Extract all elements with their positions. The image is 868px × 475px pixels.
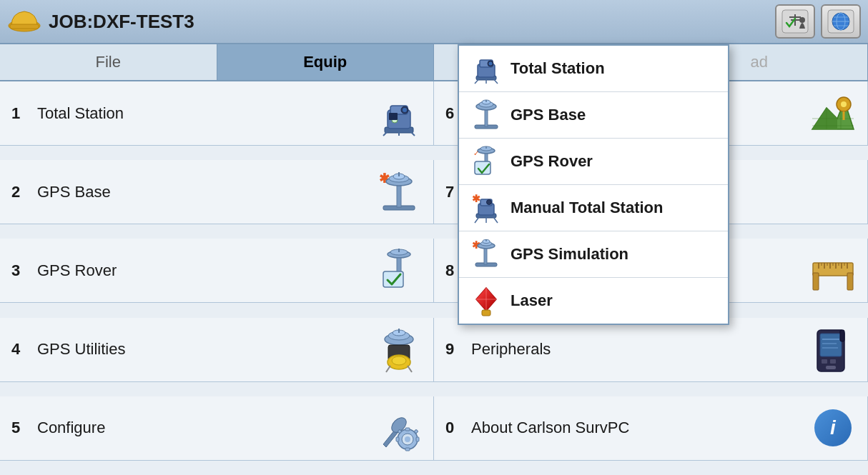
svg-rect-82: [416, 437, 419, 441]
peripherals-icon: [810, 326, 856, 372]
about-icon: i: [810, 405, 856, 451]
svg-rect-22: [389, 113, 398, 120]
tab-bar: File Equip Survey ad: [0, 44, 868, 81]
check-button[interactable]: [775, 4, 815, 39]
header-buttons: [775, 4, 861, 39]
dropdown-gps-rover-icon: ✓: [470, 146, 502, 177]
globe-button[interactable]: [821, 4, 861, 39]
dropdown-total-station-icon: [470, 53, 502, 84]
svg-point-63: [392, 356, 406, 365]
hardhat-icon: [7, 4, 41, 39]
svg-point-6: [799, 17, 805, 23]
app-title: JOB:DXF-TEST3: [49, 11, 775, 33]
dropdown-gps-sim-icon: ✱: [470, 239, 502, 270]
menu-item-about[interactable]: 0 About Carlson SurvPC i: [434, 396, 868, 461]
menu-item-peripherals[interactable]: 9 Peripherals: [434, 318, 868, 382]
dropdown-item-total-station[interactable]: Total Station: [459, 46, 728, 92]
svg-rect-124: [482, 310, 490, 316]
dropdown-item-gps-simulation[interactable]: ✱ GPS Simulation: [459, 231, 728, 278]
gps-base-icon: ✱: [376, 169, 422, 215]
item7-icon: [810, 169, 856, 215]
svg-text:✓: ✓: [473, 149, 479, 157]
tolerances-icon: [810, 248, 856, 294]
svg-point-30: [841, 101, 847, 107]
gps-rover-icon: [376, 248, 422, 294]
svg-rect-71: [822, 359, 827, 364]
dropdown-manual-ts-icon: ✱: [470, 192, 502, 224]
dropdown-menu: Total Station GPS Base: [458, 44, 729, 325]
dropdown-item-gps-rover[interactable]: ✓ GPS Rover: [459, 139, 728, 185]
svg-rect-55: [813, 273, 819, 290]
svg-rect-79: [405, 428, 410, 431]
total-station-icon: [376, 91, 422, 136]
dropdown-gps-base-icon: [470, 99, 502, 131]
menu-item-gps-utilities[interactable]: 4 GPS Utilities: [0, 318, 434, 382]
dropdown-laser-icon: [470, 285, 502, 316]
svg-rect-33: [397, 183, 401, 207]
menu-item-configure[interactable]: 5 Configure: [0, 396, 434, 461]
svg-line-64: [386, 366, 390, 372]
dropdown-item-laser[interactable]: Laser: [459, 278, 728, 324]
main-grid: 1 Total Station: [0, 81, 868, 475]
svg-rect-115: [484, 247, 487, 264]
configure-icon: [376, 405, 422, 451]
menu-item-gps-rover[interactable]: 3 GPS Rover: [0, 239, 434, 303]
svg-point-112: [487, 200, 492, 205]
map-pin-icon: [810, 91, 856, 136]
menu-item-gps-base[interactable]: 2 GPS Base ✱: [0, 160, 434, 224]
svg-rect-94: [485, 108, 488, 126]
svg-point-92: [489, 62, 493, 66]
info-icon: i: [814, 409, 852, 446]
svg-rect-72: [830, 359, 836, 364]
svg-text:✱: ✱: [472, 193, 480, 204]
tab-file[interactable]: File: [0, 44, 217, 80]
svg-point-20: [403, 108, 407, 112]
dropdown-item-gps-base[interactable]: GPS Base: [459, 92, 728, 139]
gps-utilities-icon: [376, 326, 422, 372]
app-header: JOB:DXF-TEST3: [0, 0, 868, 44]
svg-rect-81: [396, 437, 399, 441]
tab-equip[interactable]: Equip: [217, 44, 435, 80]
menu-item-total-station[interactable]: 1 Total Station: [0, 81, 434, 146]
svg-point-78: [405, 436, 410, 442]
dropdown-item-manual-ts[interactable]: ✱ Manual Total Station: [459, 185, 728, 231]
svg-rect-1: [10, 24, 39, 29]
svg-rect-67: [820, 334, 842, 356]
svg-rect-80: [405, 448, 410, 451]
svg-line-65: [408, 366, 412, 372]
svg-rect-73: [826, 366, 836, 369]
svg-rect-56: [847, 273, 853, 290]
svg-rect-74: [840, 330, 844, 341]
